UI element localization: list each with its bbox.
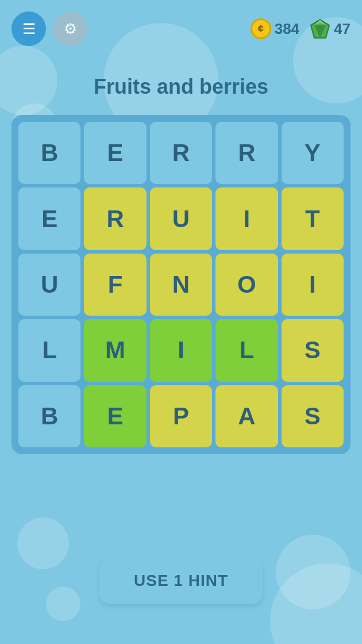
menu-icon: ☰: [22, 20, 36, 38]
grid-cell-4-1[interactable]: E: [84, 385, 146, 447]
coin-symbol: ¢: [258, 23, 264, 35]
grid-cell-1-3[interactable]: I: [215, 187, 278, 250]
grid-cell-0-3[interactable]: R: [215, 122, 278, 184]
top-bar-left: ☰ ⚙: [11, 12, 87, 46]
grid-cell-0-1[interactable]: E: [84, 122, 146, 184]
grid-cell-0-2[interactable]: R: [150, 122, 212, 184]
hint-button-label: USE 1 HINT: [134, 572, 228, 589]
menu-button[interactable]: ☰: [11, 12, 46, 46]
letter-grid-container: BERRYERUITUFNOILMILSBEPAS: [11, 115, 351, 454]
grid-cell-2-0[interactable]: U: [18, 254, 80, 316]
grid-cell-3-0[interactable]: L: [18, 319, 80, 381]
grid-cell-4-3[interactable]: A: [215, 385, 278, 447]
grid-cell-1-1[interactable]: R: [84, 187, 146, 250]
top-bar: ☰ ⚙ ¢ 384 47: [0, 12, 362, 46]
grid-cell-3-4[interactable]: S: [282, 319, 344, 381]
grid-cell-3-1[interactable]: M: [84, 319, 146, 381]
coin-icon: ¢: [251, 18, 271, 39]
grid-cell-4-2[interactable]: P: [150, 385, 212, 447]
top-bar-right: ¢ 384 47: [251, 18, 351, 39]
grid-cell-1-2[interactable]: U: [150, 187, 212, 250]
letter-grid: BERRYERUITUFNOILMILSBEPAS: [18, 122, 344, 447]
gem-icon: [310, 18, 330, 39]
grid-cell-2-3[interactable]: O: [215, 254, 278, 316]
gear-icon: ⚙: [64, 20, 77, 38]
grid-cell-2-4[interactable]: I: [282, 254, 344, 316]
grid-cell-2-2[interactable]: N: [150, 254, 212, 316]
coin-count: 384: [275, 20, 299, 38]
hint-button[interactable]: USE 1 HINT: [99, 558, 263, 604]
gem-count: 47: [334, 20, 351, 38]
grid-cell-3-3[interactable]: L: [215, 319, 278, 381]
grid-cell-1-4[interactable]: T: [282, 187, 344, 250]
grid-cell-0-0[interactable]: B: [18, 122, 80, 184]
grid-cell-2-1[interactable]: F: [84, 254, 146, 316]
grid-cell-4-4[interactable]: S: [282, 385, 344, 447]
gem-badge: 47: [310, 18, 351, 39]
grid-cell-1-0[interactable]: E: [18, 187, 80, 250]
grid-cell-0-4[interactable]: Y: [282, 122, 344, 184]
grid-cell-3-2[interactable]: I: [150, 319, 212, 381]
grid-cell-4-0[interactable]: B: [18, 385, 80, 447]
settings-button[interactable]: ⚙: [53, 12, 87, 46]
page-title: Fruits and berries: [0, 75, 362, 99]
coin-badge: ¢ 384: [251, 18, 299, 39]
